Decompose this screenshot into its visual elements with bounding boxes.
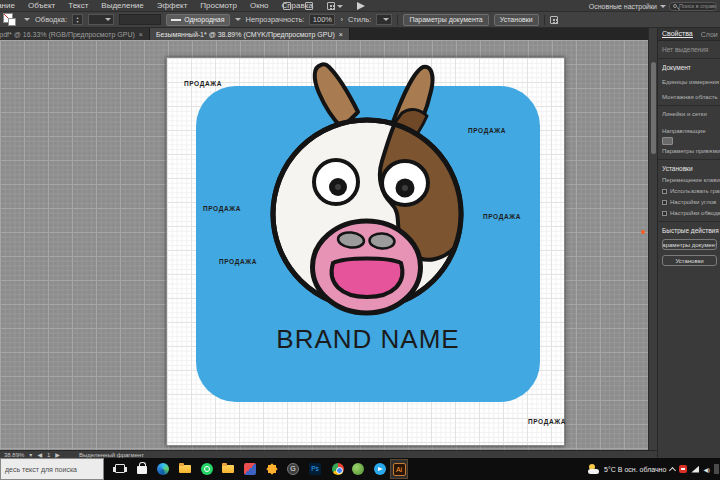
- checkbox-row[interactable]: Использовать границы просмотра: [662, 188, 720, 194]
- document-tab-untitled[interactable]: Безымянный-1* @ 38.89% (CMYK/Предпросмот…: [150, 28, 350, 40]
- menu-window[interactable]: Окно: [250, 1, 269, 10]
- workspace-label: Основные настройки: [589, 3, 657, 10]
- stroke-weight-dropdown[interactable]: [88, 14, 114, 25]
- volume-icon[interactable]: ◀): [703, 466, 710, 473]
- menu-view[interactable]: Просмотр: [200, 1, 237, 10]
- cow-mascot-illustration[interactable]: [259, 53, 483, 335]
- checkbox-row[interactable]: Настройки обводки: [662, 210, 720, 216]
- share-icon[interactable]: [305, 2, 313, 10]
- sale-text-object[interactable]: ПРОДАЖА: [184, 80, 222, 87]
- tab-properties[interactable]: Свойства: [662, 30, 693, 38]
- menu-edit[interactable]: Редактирование: [0, 1, 15, 10]
- checkbox-row[interactable]: Настройки углов: [662, 199, 720, 205]
- help-search-placeholder: Поиск в справке: [679, 3, 717, 9]
- checkbox-icon[interactable]: [662, 211, 667, 216]
- guides-toggle-button[interactable]: [662, 137, 673, 145]
- close-icon[interactable]: ×: [139, 31, 143, 38]
- layout-icon[interactable]: [283, 2, 291, 10]
- menu-object[interactable]: Объект: [28, 1, 55, 10]
- file-explorer-icon[interactable]: [179, 465, 191, 473]
- red-blue-app-icon[interactable]: [244, 463, 256, 475]
- menu-type[interactable]: Текст: [68, 1, 88, 10]
- divider: [397, 15, 398, 25]
- chevron-down-icon: [660, 5, 666, 8]
- checkbox-label: Настройки углов: [670, 199, 716, 205]
- workspace-switcher[interactable]: Основные настройки: [589, 0, 666, 12]
- send-icon[interactable]: [357, 2, 365, 10]
- chrome-icon[interactable]: [332, 463, 344, 475]
- edge-icon[interactable]: [157, 463, 169, 475]
- opacity-value-field[interactable]: 100%: [309, 14, 335, 25]
- divider: [544, 15, 545, 25]
- properties-panel: Свойства Слои Нет выделения Документ Еди…: [657, 28, 720, 458]
- canvas-pasteboard[interactable]: ПРОДАЖА ПРОДАЖА ПРОДАЖА ПРОДАЖА ПРОДАЖА …: [0, 40, 648, 450]
- menu-effect[interactable]: Эффект: [157, 1, 188, 10]
- folder-app-icon[interactable]: [222, 465, 234, 473]
- sale-text-object[interactable]: ПРОДАЖА: [203, 205, 241, 212]
- checkbox-icon[interactable]: [662, 200, 667, 205]
- control-bar: Обводка: ▴▾ Однородная Непрозрачность: 1…: [0, 12, 720, 28]
- checkbox-label: Использовать границы просмотра: [670, 188, 720, 194]
- document-setup-button[interactable]: Параметры документа: [403, 14, 488, 26]
- align-panel-icon[interactable]: [550, 16, 558, 24]
- snap-options-label: Параметры привязки: [662, 148, 720, 154]
- menu-select[interactable]: Выделение: [101, 1, 143, 10]
- sale-text-object[interactable]: ПРОДАЖА: [483, 213, 521, 220]
- photoshop-icon[interactable]: Ps: [309, 463, 321, 475]
- notification-badge-icon[interactable]: [679, 465, 687, 473]
- artboard[interactable]: ПРОДАЖА ПРОДАЖА ПРОДАЖА ПРОДАЖА ПРОДАЖА …: [166, 57, 565, 446]
- units-label: Единицы измерения: [662, 79, 720, 85]
- sale-text-object[interactable]: ПРОДАЖА: [528, 418, 566, 425]
- divider: [658, 58, 720, 59]
- star-app-icon[interactable]: [266, 463, 278, 475]
- guides-label: Направляющие: [662, 128, 720, 134]
- document-tab-pdf[interactable]: ес.pdf* @ 16.33% (RGB/Предпросмотр GPU) …: [0, 28, 150, 40]
- brand-name-text-object[interactable]: BRAND NAME: [196, 324, 540, 355]
- opacity-label: Непрозрачность:: [246, 15, 305, 24]
- fill-stroke-swatch[interactable]: [3, 13, 19, 26]
- arrange-documents-control[interactable]: [327, 2, 343, 10]
- hidden-icons-chevron[interactable]: [669, 466, 676, 473]
- style-label: Стиль:: [348, 15, 371, 24]
- chevron-down-icon[interactable]: [24, 18, 30, 21]
- scrollbar-thumb[interactable]: [651, 62, 656, 154]
- windows-search-input[interactable]: десь текст для поиска: [0, 458, 104, 480]
- weather-label[interactable]: 5°C В осн. облачно: [604, 466, 666, 473]
- stroke-swatch[interactable]: [8, 18, 16, 26]
- preferences-button[interactable]: Установки: [494, 14, 539, 26]
- divider: [658, 105, 720, 106]
- microsoft-store-icon[interactable]: [137, 466, 147, 474]
- weather-icon[interactable]: [588, 464, 600, 474]
- green-app-icon[interactable]: [352, 463, 364, 475]
- document-setup-button[interactable]: Параметры документа: [662, 239, 717, 250]
- tab-title: Безымянный-1* @ 38.89% (CMYK/Предпросмот…: [156, 31, 335, 38]
- illustrator-taskbar-button[interactable]: Ai: [390, 459, 408, 479]
- task-view-icon[interactable]: [115, 464, 125, 473]
- grid-icon: [327, 2, 335, 10]
- opacity-expand-arrow[interactable]: ›: [340, 15, 343, 24]
- quick-actions-header: Быстрые действия: [662, 227, 720, 234]
- tab-layers[interactable]: Слои: [701, 31, 718, 38]
- vertical-scrollbar[interactable]: [648, 28, 657, 450]
- sale-text-object[interactable]: ПРОДАЖА: [219, 258, 257, 265]
- opacity-value: 100%: [313, 15, 332, 24]
- close-icon[interactable]: ×: [339, 31, 343, 38]
- checkbox-icon[interactable]: [662, 189, 667, 194]
- telegram-icon[interactable]: [374, 463, 386, 475]
- status-bar: 38.89% ▾ ◀ 1 ▶ Выделенный фрагмент: [0, 450, 657, 458]
- brush-definition-field[interactable]: [119, 14, 161, 25]
- preferences-button[interactable]: Установки: [662, 255, 717, 266]
- stroke-weight-stepper[interactable]: ▴▾: [72, 14, 83, 25]
- chevron-down-icon: [337, 5, 343, 8]
- whatsapp-icon[interactable]: [201, 463, 213, 475]
- chevron-down-icon[interactable]: [235, 18, 241, 21]
- system-tray: 5°C В осн. облачно ◀): [588, 458, 719, 480]
- network-icon[interactable]: [691, 466, 699, 473]
- cow-left-horn[interactable]: [315, 64, 358, 128]
- uniform-profile-icon: [171, 19, 181, 21]
- dark-g-app-icon[interactable]: G: [287, 463, 299, 475]
- width-profile-dropdown[interactable]: Однородная: [166, 14, 229, 26]
- graphic-style-dropdown[interactable]: [376, 14, 392, 25]
- help-search-input[interactable]: Поиск в справке: [669, 2, 717, 11]
- windows-taskbar: десь текст для поиска G Ps Ai 5°C В осн.…: [0, 458, 720, 480]
